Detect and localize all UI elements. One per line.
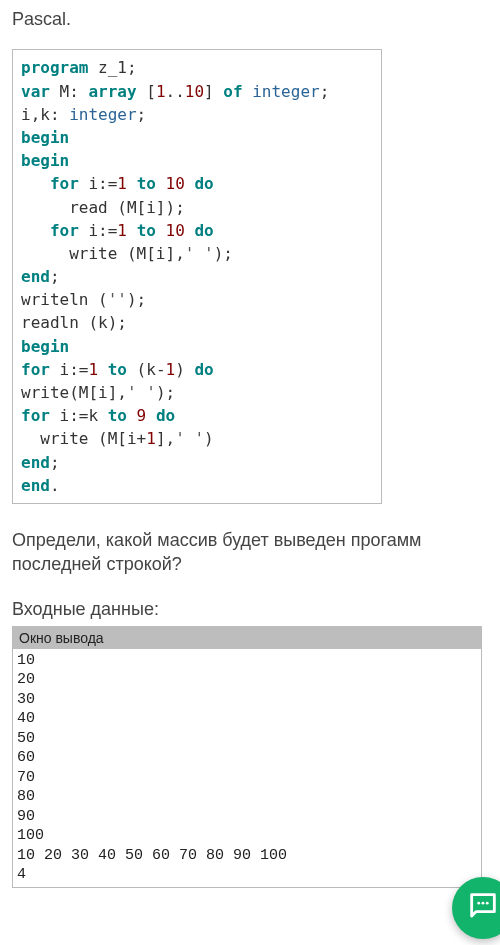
output-line: 50	[17, 729, 477, 749]
svg-point-1	[482, 902, 485, 905]
output-line: 10	[17, 651, 477, 671]
output-line: 4	[17, 865, 477, 885]
intro-text: Pascal.	[12, 8, 488, 31]
output-window: Окно вывода 10 20 30 40 50 60 70 80 90 1…	[12, 626, 482, 888]
chat-icon	[466, 889, 500, 927]
output-line: 100	[17, 826, 477, 846]
output-line: 80	[17, 787, 477, 807]
code-block: program z_1; var M: array [1..10] of int…	[12, 49, 382, 504]
output-line: 60	[17, 748, 477, 768]
output-line: 30	[17, 690, 477, 710]
output-line: 70	[17, 768, 477, 788]
output-line: 20	[17, 670, 477, 690]
question-text: Определи, какой массив будет выведен про…	[12, 528, 488, 577]
output-line: 10 20 30 40 50 60 70 80 90 100	[17, 846, 477, 866]
chat-fab-button[interactable]	[452, 877, 500, 939]
output-line: 90	[17, 807, 477, 827]
input-data-label: Входные данные:	[12, 599, 488, 620]
code-pre: program z_1; var M: array [1..10] of int…	[21, 56, 373, 497]
output-window-body: 10 20 30 40 50 60 70 80 90 100 10 20 30 …	[13, 649, 481, 887]
output-line: 40	[17, 709, 477, 729]
output-window-header: Окно вывода	[13, 627, 481, 649]
svg-point-2	[486, 902, 489, 905]
svg-point-0	[477, 902, 480, 905]
